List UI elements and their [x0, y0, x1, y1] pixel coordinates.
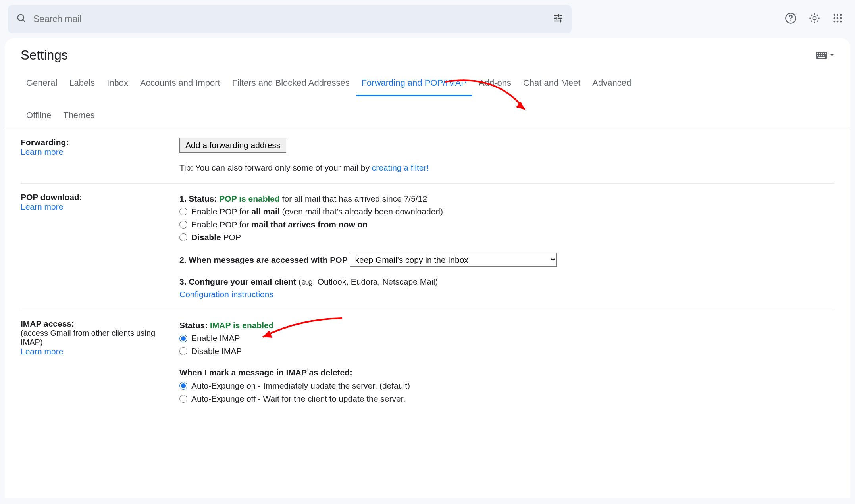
svg-rect-9	[561, 20, 562, 21]
svg-line-1	[23, 19, 25, 22]
chevron-down-icon	[830, 53, 834, 58]
creating-filter-link[interactable]: creating a filter!	[372, 163, 429, 172]
tab-chat-meet[interactable]: Chat and Meet	[518, 73, 586, 96]
forwarding-tip: Tip: You can also forward only some of y…	[179, 162, 834, 175]
radio-expunge-on[interactable]	[179, 382, 187, 390]
svg-rect-33	[818, 57, 825, 58]
svg-rect-3	[560, 15, 562, 15]
tab-general[interactable]: General	[21, 73, 63, 96]
svg-point-14	[834, 14, 836, 16]
pop-action-select[interactable]: keep Gmail's copy in the Inbox	[350, 253, 557, 267]
settings-body: Forwarding: Learn more Add a forwarding …	[5, 129, 850, 414]
svg-rect-8	[554, 20, 560, 21]
svg-rect-25	[819, 53, 820, 54]
svg-rect-7	[556, 17, 557, 19]
imap-expunge-off[interactable]: Auto-Expunge off - Wait for the client t…	[179, 392, 834, 406]
svg-point-13	[813, 16, 816, 20]
svg-point-17	[834, 17, 836, 19]
svg-rect-29	[817, 55, 818, 56]
search-icon	[16, 13, 27, 26]
svg-rect-24	[817, 53, 818, 54]
svg-point-18	[837, 17, 839, 19]
forwarding-heading: Forwarding:	[21, 138, 179, 147]
apps-icon[interactable]	[832, 13, 843, 26]
svg-rect-5	[554, 17, 556, 18]
search-input[interactable]	[33, 14, 553, 25]
tab-advanced[interactable]: Advanced	[587, 73, 637, 96]
pop-heading: POP download:	[21, 192, 179, 202]
svg-rect-31	[821, 55, 822, 56]
pop-option-from-now[interactable]: Enable POP for mail that arrives from no…	[179, 218, 834, 231]
pop-config-instructions-link[interactable]: Configuration instructions	[179, 290, 273, 299]
tab-accounts[interactable]: Accounts and Import	[135, 73, 226, 96]
card-header: Settings	[5, 38, 850, 66]
svg-point-15	[837, 14, 839, 16]
section-pop: POP download: Learn more 1. Status: POP …	[21, 184, 834, 310]
svg-point-12	[790, 20, 791, 21]
pop-option-all-mail[interactable]: Enable POP for all mail (even mail that'…	[179, 205, 834, 218]
header-actions	[784, 12, 847, 27]
section-imap: IMAP access: (access Gmail from other cl…	[21, 310, 834, 414]
tab-filters[interactable]: Filters and Blocked Addresses	[227, 73, 355, 96]
svg-rect-30	[819, 55, 820, 56]
settings-tabs: General Labels Inbox Accounts and Import…	[5, 66, 850, 129]
radio-pop-disable[interactable]	[179, 233, 187, 241]
tab-addons[interactable]: Add-ons	[473, 73, 517, 96]
svg-point-22	[840, 20, 842, 22]
radio-pop-all[interactable]	[179, 208, 187, 215]
tab-labels[interactable]: Labels	[64, 73, 100, 96]
help-icon[interactable]	[784, 12, 797, 27]
radio-pop-now[interactable]	[179, 221, 187, 229]
svg-rect-26	[821, 53, 822, 54]
imap-learn-more[interactable]: Learn more	[21, 347, 63, 356]
pop-step2: 2. When messages are accessed with POP k…	[179, 253, 834, 267]
svg-rect-28	[825, 53, 826, 54]
pop-status-line: 1. Status: POP is enabled for all mail t…	[179, 192, 834, 206]
imap-status-line: Status: IMAP is enabled	[179, 319, 834, 332]
imap-heading: IMAP access:	[21, 319, 179, 329]
svg-point-16	[840, 14, 842, 16]
svg-rect-32	[823, 55, 824, 56]
imap-option-disable[interactable]: Disable IMAP	[179, 345, 834, 358]
svg-rect-6	[558, 17, 562, 18]
section-forwarding: Forwarding: Learn more Add a forwarding …	[21, 129, 834, 184]
pop-step3: 3. Configure your email client (e.g. Out…	[179, 275, 834, 289]
svg-rect-10	[560, 19, 561, 22]
settings-card: Settings General Labels Inbox Accounts a…	[5, 38, 850, 498]
radio-imap-disable[interactable]	[179, 347, 187, 355]
search-box[interactable]	[8, 5, 572, 33]
svg-rect-27	[823, 53, 824, 54]
svg-rect-2	[554, 15, 558, 15]
imap-deleted-heading: When I mark a message in IMAP as deleted…	[179, 366, 834, 379]
tab-offline[interactable]: Offline	[21, 106, 57, 129]
imap-option-enable[interactable]: Enable IMAP	[179, 332, 834, 345]
forwarding-learn-more[interactable]: Learn more	[21, 147, 63, 156]
radio-expunge-off[interactable]	[179, 395, 187, 403]
keyboard-icon	[816, 52, 827, 59]
svg-rect-4	[558, 14, 559, 17]
top-bar	[0, 0, 855, 38]
pop-option-disable[interactable]: Disable POP	[179, 231, 834, 244]
add-forwarding-address-button[interactable]: Add a forwarding address	[179, 138, 286, 153]
svg-point-20	[834, 20, 836, 22]
tab-inbox[interactable]: Inbox	[101, 73, 134, 96]
tab-themes[interactable]: Themes	[58, 106, 100, 129]
radio-imap-enable[interactable]	[179, 335, 187, 342]
svg-point-0	[18, 14, 24, 20]
gear-icon[interactable]	[808, 12, 821, 27]
tune-icon[interactable]	[553, 13, 564, 26]
input-tools[interactable]	[816, 52, 834, 59]
imap-expunge-on[interactable]: Auto-Expunge on - Immediately update the…	[179, 379, 834, 392]
page-title: Settings	[21, 48, 68, 63]
pop-learn-more[interactable]: Learn more	[21, 202, 63, 211]
tab-forwarding-pop-imap[interactable]: Forwarding and POP/IMAP	[356, 73, 472, 96]
svg-point-19	[840, 17, 842, 19]
svg-point-21	[837, 20, 839, 22]
imap-subtext: (access Gmail from other clients using I…	[21, 329, 179, 347]
